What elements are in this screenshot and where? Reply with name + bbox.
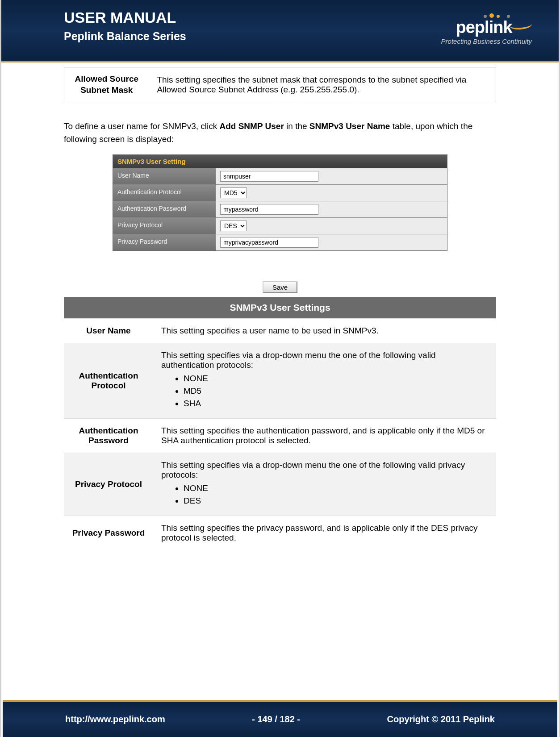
settings-row-label: User Name	[64, 319, 153, 343]
save-button[interactable]: Save	[263, 281, 297, 293]
settings-row-label: Privacy Protocol	[64, 453, 153, 516]
settings-option-item: NONE	[184, 374, 488, 383]
snmpv3-form-row: Privacy Password	[113, 234, 447, 250]
allowed-source-desc: This setting specifies the subnet mask t…	[149, 67, 496, 102]
settings-option-item: MD5	[184, 386, 488, 396]
document-page: USER MANUAL Peplink Balance Series pepli…	[0, 0, 560, 737]
settings-row-desc-text: This setting specifies via a drop-down m…	[161, 460, 488, 480]
settings-row-desc: This setting specifies the authenticatio…	[153, 419, 496, 453]
snmpv3-field-label: User Name	[113, 168, 216, 184]
settings-row: Authentication PasswordThis setting spec…	[64, 419, 496, 453]
settings-row-label: Authentication Password	[64, 419, 153, 453]
footer-url: http://www.peplink.com	[65, 714, 165, 725]
snmpv3-form-row: User Name	[113, 168, 447, 184]
settings-row-desc-text: This setting specifies a user name to be…	[161, 326, 488, 336]
allowed-source-label: Allowed Source Subnet Mask	[64, 67, 149, 102]
snmpv3-select[interactable]: MD5	[220, 187, 247, 198]
snmpv3-select[interactable]: DES	[220, 221, 247, 231]
settings-row-desc-text: This setting specifies the authenticatio…	[161, 426, 488, 446]
settings-row-desc-text: This setting specifies the privacy passw…	[161, 523, 488, 543]
settings-row: Privacy PasswordThis setting specifies t…	[64, 516, 496, 550]
page-footer: http://www.peplink.com - 149 / 182 - Cop…	[3, 700, 557, 737]
settings-row-desc: This setting specifies the privacy passw…	[153, 516, 496, 550]
settings-row: Privacy ProtocolThis setting specifies v…	[64, 453, 496, 516]
snmpv3-field-value-cell	[216, 234, 447, 250]
snmpv3-settings-table: SNMPv3 User Settings User NameThis setti…	[64, 297, 496, 550]
settings-option-item: DES	[184, 496, 488, 506]
settings-options-list: NONEDES	[161, 483, 488, 506]
settings-option-item: NONE	[184, 483, 488, 493]
snmpv3-text-input[interactable]	[220, 204, 318, 215]
snmpv3-form-row: Authentication Password	[113, 201, 447, 217]
settings-table-title: SNMPv3 User Settings	[64, 297, 496, 319]
footer-page-number: - 149 / 182 -	[252, 714, 300, 725]
snmpv3-text-input[interactable]	[220, 237, 318, 248]
snmpv3-field-value-cell	[216, 201, 447, 217]
snmpv3-field-value-cell: DES	[216, 218, 447, 234]
settings-option-item: SHA	[184, 399, 488, 408]
instruction-bold-2: SNMPv3 User Name	[309, 121, 390, 131]
snmpv3-screenshot-container: SNMPv3 User Setting User NameAuthenticat…	[64, 154, 496, 297]
snmpv3-field-label: Authentication Protocol	[113, 185, 216, 201]
footer-copyright: Copyright © 2011 Peplink	[387, 714, 495, 725]
settings-row-label: Authentication Protocol	[64, 343, 153, 419]
logo-text: peplink	[456, 18, 512, 37]
snmpv3-text-input[interactable]	[220, 171, 318, 182]
instruction-pre: To define a user name for SNMPv3, click	[64, 121, 219, 131]
logo-swoosh-icon	[509, 20, 532, 30]
snmpv3-user-setting-panel: SNMPv3 User Setting User NameAuthenticat…	[113, 154, 447, 251]
settings-options-list: NONEMD5SHA	[161, 374, 488, 408]
logo-tagline: Protecting Business Continuity	[441, 37, 532, 45]
snmpv3-field-label: Privacy Password	[113, 234, 216, 250]
settings-row-desc-text: This setting specifies via a drop-down m…	[161, 350, 488, 370]
settings-row: Authentication ProtocolThis setting spec…	[64, 343, 496, 419]
snmpv3-panel-title: SNMPv3 User Setting	[113, 155, 447, 168]
settings-row-desc: This setting specifies via a drop-down m…	[153, 343, 496, 419]
save-button-row: Save	[64, 273, 496, 297]
logo-dots-icon	[484, 13, 532, 18]
instruction-text: To define a user name for SNMPv3, click …	[64, 120, 496, 146]
settings-row-label: Privacy Password	[64, 516, 153, 550]
snmpv3-form-row: Privacy ProtocolDES	[113, 217, 447, 234]
instruction-bold-1: Add SNMP User	[219, 121, 284, 131]
page-header: USER MANUAL Peplink Balance Series pepli…	[1, 0, 559, 62]
snmpv3-field-value-cell	[216, 168, 447, 184]
snmpv3-field-value-cell: MD5	[216, 185, 447, 201]
snmpv3-form-row: Authentication ProtocolMD5	[113, 184, 447, 201]
page-content: Allowed Source Subnet Mask This setting …	[1, 62, 559, 550]
instruction-mid: in the	[284, 121, 309, 131]
snmpv3-field-label: Privacy Protocol	[113, 218, 216, 234]
logo: peplink Protecting Business Continuity	[441, 13, 532, 45]
snmpv3-field-label: Authentication Password	[113, 201, 216, 217]
settings-row-desc: This setting specifies via a drop-down m…	[153, 453, 496, 516]
allowed-source-table: Allowed Source Subnet Mask This setting …	[64, 67, 496, 102]
settings-row-desc: This setting specifies a user name to be…	[153, 319, 496, 343]
settings-row: User NameThis setting specifies a user n…	[64, 319, 496, 343]
